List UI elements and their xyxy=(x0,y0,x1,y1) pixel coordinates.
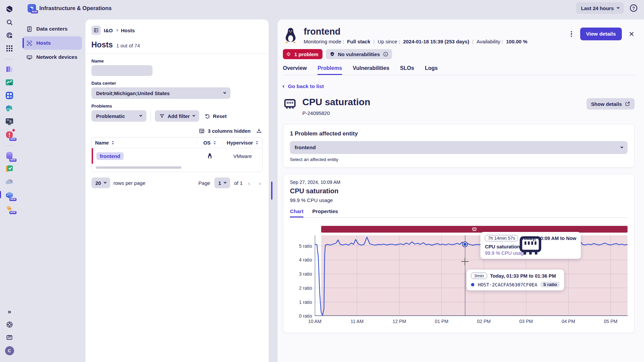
io-app-icon[interactable] xyxy=(91,26,101,35)
view-details-button[interactable]: View details xyxy=(580,28,622,40)
more-options-button[interactable] xyxy=(569,30,573,38)
affected-entity-select[interactable]: frontend xyxy=(290,141,628,154)
chart-plot[interactable]: 7h 14min 57s Today, 10:09 AM to Now CPU … xyxy=(315,235,628,316)
info-icon[interactable] xyxy=(383,51,388,57)
column-header-name[interactable]: Name xyxy=(92,140,197,146)
page-of-label: of 1 xyxy=(234,180,243,186)
name-filter-input[interactable] xyxy=(91,65,153,76)
sidebar-item-data-centers[interactable]: Data centers xyxy=(23,22,82,36)
page-title: Infrastructure & Operations xyxy=(39,5,112,11)
rail-divider xyxy=(5,146,14,146)
help-icon[interactable]: ? xyxy=(630,4,637,12)
y-tick-label: 2 ratio xyxy=(299,285,312,291)
open-in-new-icon xyxy=(625,101,630,107)
usage-chart-icon[interactable] xyxy=(4,332,14,343)
sort-icon xyxy=(213,140,216,145)
x-tick-label: 10 AM xyxy=(308,319,321,324)
new-badge: NEW xyxy=(31,10,38,13)
table-row[interactable]: frontend VMware xyxy=(92,148,262,164)
divider xyxy=(85,53,269,54)
expand-rail-icon[interactable]: » xyxy=(4,306,14,316)
tab-properties[interactable]: Properties xyxy=(312,208,338,217)
synthetic-app-icon[interactable] xyxy=(4,164,14,174)
vulnerabilities-badge[interactable]: No vulnerabilities xyxy=(326,49,392,59)
search-icon[interactable] xyxy=(4,17,14,27)
pagination: 20 rows per page Page 1 of 1 xyxy=(91,177,263,188)
workflows-app-icon[interactable] xyxy=(4,90,14,100)
host-link[interactable]: frontend xyxy=(96,152,124,160)
app-title-group: NEW Infrastructure & Operations xyxy=(28,4,112,12)
tab-slos[interactable]: SLOs xyxy=(400,65,414,75)
tab-chart[interactable]: Chart xyxy=(290,208,303,217)
go-back-link[interactable]: Go back to list xyxy=(283,83,635,89)
table-header-row: Name OS Hypervisor xyxy=(92,137,262,148)
chart-main: 7h 14min 57s Today, 10:09 AM to Now CPU … xyxy=(315,226,628,325)
dashboards-app-icon[interactable] xyxy=(4,117,14,127)
right-panel-scrollbar[interactable] xyxy=(271,182,272,200)
tab-problems[interactable]: Problems xyxy=(317,65,342,75)
cpu-icon xyxy=(283,97,297,111)
rows-per-page-select[interactable]: 20 xyxy=(91,177,110,188)
add-filter-button[interactable]: Add filter xyxy=(155,110,199,122)
datacenter-select[interactable]: Detroit;Michigan;United States xyxy=(91,87,230,99)
horizontal-scrollbar[interactable] xyxy=(96,166,181,169)
smartscape-app-icon[interactable]: NEW xyxy=(4,203,14,213)
tab-logs[interactable]: Logs xyxy=(425,65,438,75)
infrastructure-app-icon[interactable]: NEW xyxy=(4,190,14,200)
y-tick-label: 4 ratio xyxy=(299,257,312,263)
x-tick-label: 04 PM xyxy=(562,319,575,324)
support-icon[interactable] xyxy=(4,319,14,329)
chevron-down-icon xyxy=(620,146,623,148)
sidebar-item-hosts[interactable]: Hosts xyxy=(23,36,82,50)
cloud-services-app-icon[interactable] xyxy=(4,177,14,187)
tab-vulnerabilities[interactable]: Vulnerabilities xyxy=(353,65,389,75)
problem-title: CPU saturation xyxy=(302,97,370,108)
timeframe-selector[interactable]: Last 24 hours xyxy=(576,2,624,14)
tab-overview[interactable]: Overview xyxy=(283,65,307,75)
page-select[interactable]: 1 xyxy=(214,177,230,188)
up-since-label: Up since : xyxy=(378,39,400,44)
show-details-button[interactable]: Show details xyxy=(587,98,635,110)
host-meta: Monitoring mode : Full stack | Up since … xyxy=(304,39,527,44)
column-header-os[interactable]: OS xyxy=(197,140,223,146)
event-subtitle: 99.9 % CPU usage xyxy=(290,197,628,203)
breadcrumb-current[interactable]: Hosts xyxy=(121,28,135,33)
problems-filter-label: Problems xyxy=(91,104,263,109)
infrastructure-app-logo-icon: NEW xyxy=(28,4,36,12)
problems-select[interactable]: Problematic xyxy=(91,110,146,122)
badges-row: 1 problem No vulnerabilities xyxy=(283,49,635,59)
host-tabs: Overview Problems Vulnerabilities SLOs L… xyxy=(283,65,635,75)
breadcrumb-root[interactable]: I&O xyxy=(104,28,113,33)
problems-badge[interactable]: 1 problem xyxy=(283,49,323,59)
linux-host-icon xyxy=(283,27,298,44)
problems-app-icon[interactable]: NEW xyxy=(4,130,14,140)
analytics-app-icon[interactable] xyxy=(4,77,14,87)
chevron-right-icon xyxy=(258,182,261,185)
davis-ai-icon[interactable] xyxy=(4,30,14,40)
problem-accent-bar xyxy=(92,148,93,164)
user-avatar[interactable]: C xyxy=(4,346,14,356)
name-filter-label: Name xyxy=(91,58,263,64)
x-tick-label: 12 PM xyxy=(392,319,406,324)
event-timestamp: Sep 27, 2024, 10:09 AM xyxy=(290,179,628,185)
sidebar-item-network-devices[interactable]: Network devices xyxy=(23,50,82,64)
topbar: NEW Infrastructure & Operations Last 24 … xyxy=(19,0,644,16)
previous-page-button[interactable] xyxy=(247,180,253,186)
apps-grid-icon[interactable] xyxy=(4,43,14,53)
kubernetes-app-icon[interactable] xyxy=(4,104,14,114)
next-page-button[interactable] xyxy=(257,180,263,186)
dynatrace-logo-icon[interactable] xyxy=(4,4,14,14)
host-name-cell: frontend xyxy=(92,152,197,160)
new-badge: NEW xyxy=(9,198,16,201)
download-icon[interactable] xyxy=(256,128,262,134)
filters-row: Problematic Add filter Reset xyxy=(91,110,263,122)
column-header-hypervisor[interactable]: Hypervisor xyxy=(223,140,262,146)
database-app-icon[interactable]: NEW xyxy=(4,151,14,161)
close-icon[interactable] xyxy=(629,31,635,37)
reset-button[interactable]: Reset xyxy=(205,113,227,119)
clouds-app-icon[interactable] xyxy=(4,64,14,74)
cpu-icon xyxy=(480,232,581,259)
problem-band[interactable] xyxy=(321,226,628,233)
columns-hidden-button[interactable]: 3 columns hidden xyxy=(199,128,251,134)
chevron-left-icon xyxy=(283,85,285,88)
